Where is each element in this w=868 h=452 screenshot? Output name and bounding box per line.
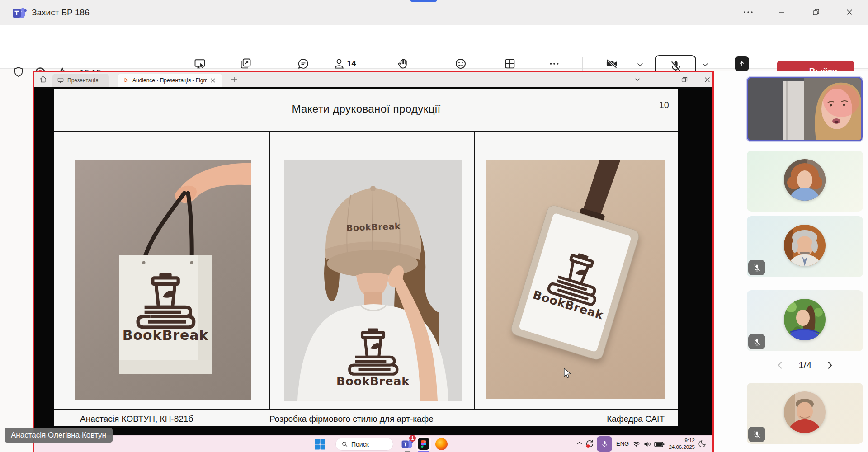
participants-count: 14 <box>347 59 356 69</box>
participant-avatar <box>784 159 826 201</box>
figma-tab-bar: Презентація Audience · Презентація - Fig… <box>34 72 712 87</box>
camera-off-icon <box>605 56 618 71</box>
slide-title: Макети друкованої продукції <box>54 103 678 115</box>
home-icon[interactable] <box>39 75 47 84</box>
mic-muted-badge <box>748 260 765 275</box>
share-border-top <box>33 71 714 72</box>
figma-taskbar-icon <box>418 438 429 450</box>
pagination-prev-icon[interactable] <box>777 361 783 370</box>
tray-language[interactable]: ENG <box>616 440 629 447</box>
table-divider <box>474 131 475 409</box>
tab-label: Презентація <box>67 77 98 84</box>
wifi-icon[interactable] <box>632 439 641 449</box>
bookbreak-logo: BookBreak <box>529 243 620 323</box>
restore-button[interactable] <box>806 5 826 20</box>
search-placeholder: Поиск <box>351 441 369 448</box>
tray-recording-sync-icon[interactable] <box>585 439 594 449</box>
participant-avatar <box>784 225 826 266</box>
view-grid-icon <box>504 56 516 71</box>
slide-footer-department: Кафедра САІТ <box>607 414 665 424</box>
mic-options-chevron-icon[interactable] <box>702 62 709 67</box>
share-border-left <box>33 71 34 452</box>
close-button[interactable] <box>839 5 860 20</box>
brand-text: BookBreak <box>123 327 208 343</box>
meeting-toolbar: 15:15 Управлять Контент <box>0 25 868 69</box>
slide: Макети друкованої продукції 10 <box>54 89 678 426</box>
bookbreak-logo: BookBreak <box>335 328 411 388</box>
mic-muted-badge <box>748 427 765 442</box>
tabbar-divider <box>623 75 623 85</box>
participant-tile[interactable] <box>747 151 863 212</box>
slide-page-number: 10 <box>659 100 669 110</box>
tab-audience-active[interactable]: Audience · Презентація - Figma <box>118 74 222 87</box>
participants-icon: 14 <box>333 56 356 71</box>
table-divider <box>269 131 270 409</box>
react-smiley-icon <box>454 56 467 71</box>
presenter-name-tooltip: Анастасія Олегівна Ковтун <box>5 428 113 443</box>
more-dots-icon <box>548 56 560 71</box>
window-title: Захист БР 186 <box>32 0 90 25</box>
tray-chevron-up-icon[interactable] <box>576 441 583 445</box>
tab-close-icon[interactable] <box>210 78 216 83</box>
figma-play-icon <box>123 77 129 84</box>
table-border-bottom <box>54 409 678 410</box>
tray-clock[interactable]: 9:12 24.06.2025 <box>660 437 695 451</box>
firefox-taskbar-icon[interactable] <box>435 438 448 450</box>
participant-video-speaking[interactable] <box>747 77 863 141</box>
camera-options-chevron-icon[interactable] <box>637 62 644 67</box>
shield-icon <box>13 66 24 78</box>
badge-mockup-photo: BookBreak <box>486 160 665 399</box>
teams-notification-badge: 1 <box>409 435 416 442</box>
teams-logo-icon <box>12 6 27 20</box>
slide-footer-author: Анастасія КОВТУН, КН-821б <box>80 414 193 424</box>
windows-taskbar: Поиск 1 <box>34 435 712 452</box>
participants-pagination: 1/4 <box>747 355 863 375</box>
bag-mockup-photo: BookBreak <box>75 160 251 400</box>
pagination-next-icon[interactable] <box>827 361 833 370</box>
brand-text: BookBreak <box>336 374 410 388</box>
window-menu-button[interactable] <box>738 5 759 20</box>
taskbar-search[interactable]: Поиск <box>335 438 393 451</box>
figma-restore-button[interactable] <box>676 74 693 85</box>
title-bar: Захист БР 186 <box>0 0 868 25</box>
presentation-viewport: Макети друкованої продукції 10 <box>34 87 712 435</box>
night-mode-moon-icon[interactable] <box>698 439 707 448</box>
screen-control-icon <box>193 56 206 71</box>
mic-muted-badge <box>748 334 765 349</box>
new-tab-button[interactable] <box>226 74 243 85</box>
figma-taskbar-highlight[interactable] <box>416 437 431 451</box>
minimize-button[interactable] <box>771 5 792 20</box>
cap-tshirt-mockup-photo: BookBreak BookBreak <box>284 160 462 401</box>
content-share-icon <box>239 56 252 71</box>
participant-tile[interactable] <box>747 383 863 444</box>
mouse-cursor <box>563 367 571 379</box>
raise-hand-icon <box>397 56 410 71</box>
pagination-label: 1/4 <box>798 360 811 371</box>
presentation-board-icon <box>57 77 64 84</box>
figma-minimize-button[interactable] <box>653 74 670 85</box>
participant-avatar <box>784 391 826 433</box>
share-screen-icon <box>735 56 749 71</box>
chat-icon <box>297 56 310 71</box>
participants-panel: 1/4 <box>714 71 868 452</box>
share-border-right <box>712 71 714 452</box>
figma-window-menu-chevron-icon[interactable] <box>629 74 646 85</box>
tray-time: 9:12 <box>660 437 695 444</box>
search-icon <box>341 441 348 447</box>
active-tab-indicator <box>410 0 437 2</box>
participant-avatar <box>784 299 826 340</box>
tray-date: 24.06.2025 <box>660 444 695 451</box>
table-border-top <box>54 131 678 132</box>
windows-start-icon[interactable] <box>314 438 326 450</box>
bookbreak-logo: BookBreak <box>120 273 211 343</box>
slide-footer-topic: Розробка фірмового стилю для арт-кафе <box>269 414 434 424</box>
tray-mic-active-icon[interactable] <box>597 436 612 452</box>
participant-tile[interactable] <box>747 216 863 277</box>
teams-meeting-window: Захист БР 186 15:15 <box>0 0 868 452</box>
speaker-icon[interactable] <box>643 439 652 449</box>
participant-tile[interactable] <box>747 290 863 351</box>
tab-presentation[interactable]: Презентація <box>52 74 109 87</box>
tab-label: Audience · Презентація - Figma <box>132 77 207 84</box>
